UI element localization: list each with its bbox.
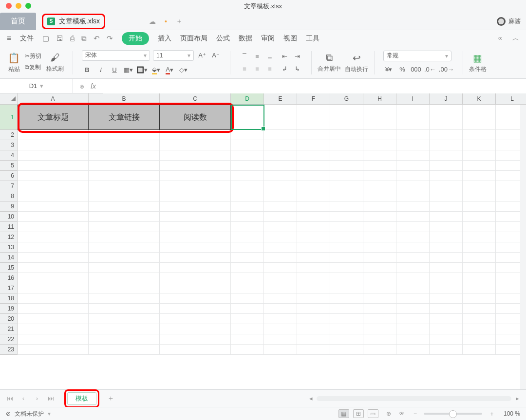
cell[interactable]	[463, 345, 496, 355]
column-header[interactable]: G	[330, 93, 363, 105]
cell[interactable]	[297, 345, 330, 355]
cell[interactable]	[396, 212, 430, 222]
cell[interactable]	[396, 334, 430, 345]
cell[interactable]	[264, 253, 297, 263]
cell[interactable]	[89, 345, 160, 355]
cell[interactable]	[18, 130, 89, 140]
read-mode-icon[interactable]: ⊕	[386, 410, 391, 417]
formula-input[interactable]	[103, 79, 526, 93]
cell[interactable]	[264, 105, 297, 130]
scroll-track[interactable]	[317, 396, 511, 401]
cell[interactable]	[297, 201, 330, 212]
cell[interactable]	[231, 345, 264, 355]
cell[interactable]	[231, 263, 264, 273]
cell[interactable]	[89, 324, 160, 334]
zoom-out-icon[interactable]: −	[413, 410, 417, 417]
cell[interactable]	[231, 222, 264, 232]
copy-button[interactable]: ⧉复制	[25, 63, 41, 72]
column-header[interactable]: A	[18, 93, 89, 105]
cell[interactable]	[330, 161, 363, 171]
view-normal-icon[interactable]: ▦	[338, 409, 349, 418]
cell[interactable]	[430, 263, 463, 273]
cell[interactable]	[297, 232, 330, 242]
cell[interactable]	[463, 314, 496, 324]
cell[interactable]	[297, 130, 330, 140]
bold-button[interactable]: B	[82, 65, 93, 75]
cell[interactable]	[264, 324, 297, 334]
cell[interactable]	[430, 171, 463, 181]
cell[interactable]	[430, 273, 463, 283]
horizontal-scrollbar[interactable]: ◂ ▸	[307, 395, 521, 402]
cell[interactable]	[463, 324, 496, 334]
eye-icon[interactable]: 👁	[399, 410, 405, 417]
cell[interactable]	[231, 273, 264, 283]
cell[interactable]	[264, 304, 297, 314]
cell[interactable]	[231, 171, 264, 181]
cell[interactable]	[396, 140, 430, 150]
merge-center-button[interactable]: ⧉ 合并居中	[318, 52, 341, 73]
cell[interactable]	[396, 161, 430, 171]
cell[interactable]	[430, 283, 463, 293]
cell[interactable]	[363, 191, 396, 201]
collapse-ribbon-icon[interactable]: ︿	[512, 34, 519, 43]
ribbon-tab-start[interactable]: 开始	[122, 32, 149, 45]
cell[interactable]	[396, 314, 430, 324]
cell[interactable]	[18, 212, 89, 222]
cell[interactable]	[463, 334, 496, 345]
cell[interactable]	[330, 212, 363, 222]
cell[interactable]	[396, 345, 430, 355]
cell[interactable]	[463, 222, 496, 232]
cell[interactable]	[463, 181, 496, 191]
cell[interactable]	[89, 314, 160, 324]
clear-format-button[interactable]: ◇▾	[178, 65, 188, 75]
cell[interactable]	[330, 283, 363, 293]
cell[interactable]	[463, 304, 496, 314]
cell[interactable]	[363, 253, 396, 263]
thousands-icon[interactable]: 000	[411, 64, 421, 75]
cell[interactable]	[430, 161, 463, 171]
cell[interactable]	[396, 171, 430, 181]
cell[interactable]	[297, 161, 330, 171]
cell[interactable]	[264, 345, 297, 355]
cell[interactable]	[18, 150, 89, 161]
cell[interactable]	[264, 293, 297, 304]
cell[interactable]: 阅读数	[160, 105, 231, 130]
cell[interactable]	[89, 191, 160, 201]
cell[interactable]	[363, 171, 396, 181]
cell[interactable]	[330, 191, 363, 201]
zoom-slider[interactable]	[424, 413, 482, 415]
cell[interactable]	[396, 130, 430, 140]
cell[interactable]	[264, 150, 297, 161]
cell[interactable]	[363, 304, 396, 314]
cell[interactable]	[330, 232, 363, 242]
cell[interactable]	[330, 314, 363, 324]
cell[interactable]	[430, 130, 463, 140]
cell[interactable]	[18, 171, 89, 181]
protect-chevron-icon[interactable]: ▾	[48, 410, 51, 417]
cell[interactable]	[264, 242, 297, 253]
cell[interactable]	[160, 263, 231, 273]
cell[interactable]	[18, 191, 89, 201]
add-sheet-button[interactable]: ＋	[107, 394, 114, 403]
user-area[interactable]: 麻酱	[497, 17, 521, 26]
cell[interactable]	[231, 253, 264, 263]
cell[interactable]	[330, 293, 363, 304]
save-icon[interactable]: 🖫	[56, 34, 63, 43]
cell[interactable]	[18, 201, 89, 212]
cell[interactable]	[330, 150, 363, 161]
cell[interactable]	[463, 232, 496, 242]
cell[interactable]	[463, 171, 496, 181]
cell[interactable]	[363, 242, 396, 253]
cell[interactable]	[89, 171, 160, 181]
cell[interactable]	[297, 181, 330, 191]
cell[interactable]	[297, 263, 330, 273]
align-left-icon[interactable]: ≡	[239, 64, 250, 74]
cell[interactable]	[297, 273, 330, 283]
cell[interactable]	[18, 283, 89, 293]
cell[interactable]	[297, 191, 330, 201]
column-header[interactable]: F	[297, 93, 330, 105]
cell[interactable]	[264, 140, 297, 150]
border-button[interactable]: ▦▾	[123, 65, 133, 75]
cell[interactable]	[363, 324, 396, 334]
cell[interactable]	[18, 324, 89, 334]
